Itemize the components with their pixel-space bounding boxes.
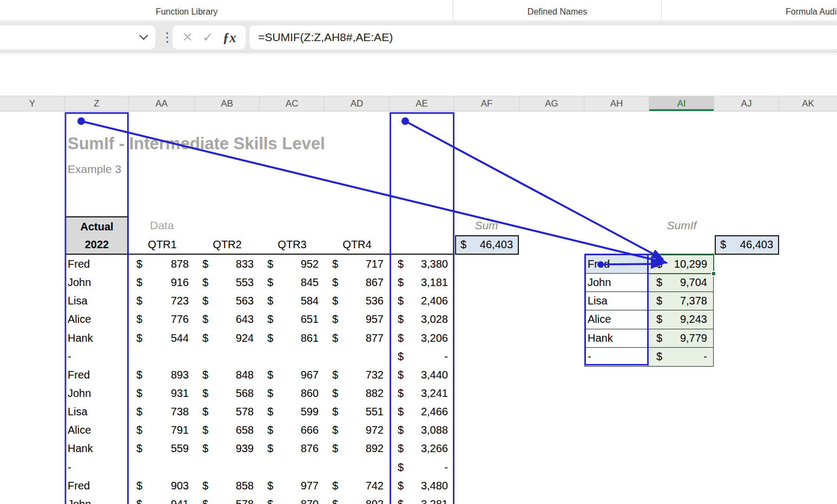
qtr1-cell[interactable]: $ 738 (129, 402, 195, 421)
qtr3-cell[interactable]: $ 977 (260, 476, 325, 495)
column-header[interactable]: AA (129, 96, 195, 111)
result-value-cell[interactable]: $ 7,378 (648, 292, 713, 310)
qtr4-cell[interactable]: $ 972 (325, 421, 390, 439)
row-total-cell[interactable]: $ 2,466 (390, 402, 454, 421)
cancel-icon[interactable]: ✕ (182, 31, 193, 44)
name-cell[interactable]: Hank (65, 329, 129, 347)
column-header[interactable]: AH (584, 96, 649, 111)
result-name-cell[interactable]: Fred (585, 255, 648, 273)
row-total-cell[interactable]: $ - (390, 458, 454, 476)
column-header[interactable]: AD (325, 96, 390, 111)
result-value-cell[interactable]: $ 9,704 (648, 274, 713, 291)
insert-function-icon[interactable]: ƒx (223, 31, 236, 44)
quarter-header-cell[interactable]: QTR3 (260, 235, 325, 254)
column-header[interactable]: AF (454, 96, 519, 111)
row-total-cell[interactable]: $ 3,281 (390, 495, 454, 504)
result-name-cell[interactable]: John (585, 274, 648, 291)
qtr1-cell[interactable]: $ 941 (129, 495, 195, 504)
column-header[interactable]: Z (65, 96, 129, 111)
name-cell[interactable]: - (65, 458, 129, 476)
column-header[interactable]: AI (649, 96, 714, 111)
qtr3-cell[interactable]: $ 845 (260, 273, 325, 291)
name-cell[interactable]: Fred (65, 255, 129, 273)
result-name-cell[interactable]: Hank (585, 329, 648, 347)
result-value-cell[interactable]: $ 9,243 (648, 310, 713, 328)
sumif-label-cell[interactable]: SumIf (649, 219, 714, 232)
sheet-subtitle-cell[interactable]: Example 3 (68, 163, 121, 176)
column-header[interactable]: AG (519, 96, 584, 111)
qtr2-cell[interactable]: $ 643 (195, 310, 260, 328)
row-total-cell[interactable]: $ 3,206 (390, 329, 454, 347)
sumif-total-cell[interactable]: $ 46,403 (715, 235, 779, 255)
qtr2-cell[interactable]: $ 578 (195, 495, 260, 504)
qtr1-cell[interactable]: $ 559 (129, 439, 195, 457)
qtr4-cell[interactable]: $ 717 (325, 255, 390, 273)
qtr1-cell[interactable]: $ 878 (129, 255, 195, 273)
name-cell[interactable]: Lisa (65, 291, 129, 310)
qtr4-cell[interactable]: $ 536 (325, 291, 390, 310)
qtr1-cell[interactable]: $ 544 (129, 329, 195, 347)
result-name-cell[interactable]: Lisa (585, 292, 648, 310)
column-header[interactable]: AE (390, 96, 454, 111)
name-cell[interactable]: Fred (65, 476, 129, 495)
name-cell[interactable]: Hank (65, 439, 129, 457)
sum-total-cell[interactable]: $ 46,403 (455, 235, 519, 255)
qtr1-cell[interactable]: $ 916 (129, 273, 195, 291)
qtr4-cell[interactable]: $ 892 (325, 495, 390, 504)
name-cell[interactable]: John (65, 495, 129, 504)
qtr2-cell[interactable]: $ 848 (195, 366, 260, 384)
column-header[interactable]: Y (0, 96, 65, 111)
row-total-cell[interactable]: $ 3,028 (390, 310, 454, 328)
row-total-cell[interactable]: $ 2,406 (390, 291, 454, 310)
result-name-cell[interactable]: Alice (585, 310, 648, 328)
name-cell[interactable]: Fred (65, 366, 129, 384)
row-total-cell[interactable]: $ 3,181 (390, 273, 454, 291)
name-cell[interactable]: - (65, 347, 129, 366)
result-value-cell[interactable]: $ 9,779 (648, 329, 713, 347)
qtr3-cell[interactable]: $ 599 (260, 402, 325, 421)
sheet-title-cell[interactable]: SumIf - Intermediate Skills Level (68, 134, 325, 154)
name-cell[interactable]: Alice (65, 421, 129, 439)
name-cell[interactable]: Alice (65, 310, 129, 328)
qtr4-cell[interactable]: $ 867 (325, 273, 390, 291)
qtr2-cell[interactable]: $ 924 (195, 329, 260, 347)
name-cell[interactable]: John (65, 384, 129, 402)
row-total-cell[interactable]: $ 3,480 (390, 476, 454, 495)
qtr4-cell[interactable]: $ 732 (325, 366, 390, 384)
qtr2-cell[interactable]: $ 658 (195, 421, 260, 439)
name-cell[interactable]: Lisa (65, 402, 129, 421)
result-value-cell[interactable]: $ - (648, 348, 713, 366)
qtr3-cell[interactable]: $ 860 (260, 384, 325, 402)
qtr3-cell[interactable]: $ 952 (260, 255, 325, 273)
qtr4-cell[interactable]: $ 882 (325, 384, 390, 402)
formula-bar-handle-icon[interactable]: ⋮ (161, 25, 174, 49)
column-header[interactable]: AJ (714, 96, 779, 111)
qtr4-cell[interactable]: $ 742 (325, 476, 390, 495)
qtr3-cell[interactable]: $ 584 (260, 291, 325, 310)
qtr2-cell[interactable]: $ 578 (195, 402, 260, 421)
qtr4-cell[interactable]: $ 892 (325, 439, 390, 457)
data-label-cell[interactable]: Data (150, 219, 174, 232)
row-total-cell[interactable]: $ 3,266 (390, 439, 454, 457)
qtr1-cell[interactable]: $ 903 (129, 476, 195, 495)
sum-label-cell[interactable]: Sum (454, 219, 518, 232)
column-header[interactable]: AC (260, 96, 325, 111)
qtr4-cell[interactable]: $ 877 (325, 329, 390, 347)
qtr3-cell[interactable]: $ 651 (260, 310, 325, 328)
quarter-header-cell[interactable]: QTR2 (195, 235, 260, 254)
quarter-header-cell[interactable]: QTR4 (325, 235, 390, 254)
fill-handle[interactable] (711, 271, 716, 276)
qtr1-cell[interactable]: $ 893 (129, 366, 195, 384)
row-total-cell[interactable]: $ - (390, 347, 454, 366)
name-box[interactable] (0, 25, 155, 49)
result-name-cell[interactable]: - (585, 348, 648, 366)
name-cell[interactable]: John (65, 273, 129, 291)
qtr3-cell[interactable]: $ 861 (260, 329, 325, 347)
chevron-down-icon[interactable] (139, 35, 148, 40)
qtr3-cell[interactable]: $ 666 (260, 421, 325, 439)
qtr2-cell[interactable]: $ 568 (195, 384, 260, 402)
qtr2-cell[interactable]: $ 858 (195, 476, 260, 495)
row-total-cell[interactable]: $ 3,440 (390, 366, 454, 384)
qtr1-cell[interactable]: $ 791 (129, 421, 195, 439)
formula-input[interactable]: =SUMIF(Z:Z,AH8#,AE:AE) (249, 25, 837, 49)
